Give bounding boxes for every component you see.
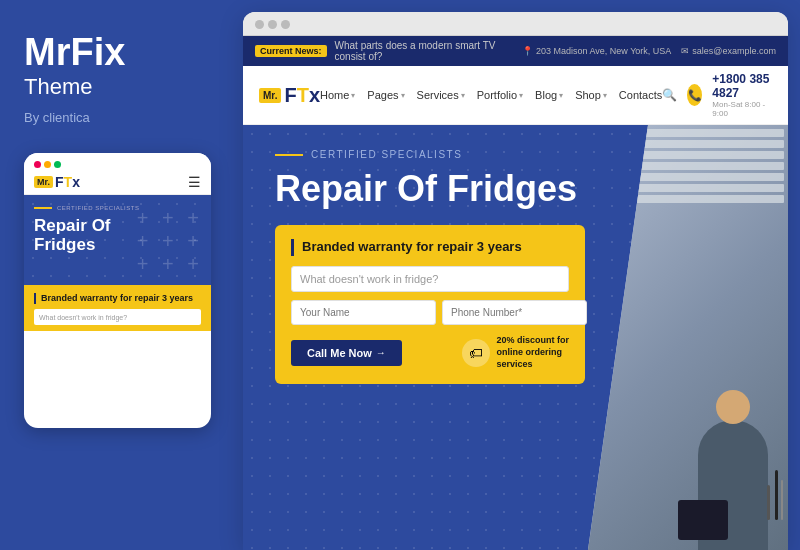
news-tag: Current News: [255, 45, 327, 57]
phone-number: +1800 385 4827 [712, 72, 772, 100]
call-me-button[interactable]: Call Me Now → [291, 340, 402, 366]
appliance-box [678, 500, 728, 540]
hero-title: Repair Of Fridges [275, 168, 588, 209]
arrow-icon: → [376, 347, 386, 358]
phone-glyph: 📞 [688, 89, 702, 102]
news-bar: Current News: What parts does a modern s… [243, 36, 788, 66]
nav-pages[interactable]: Pages ▾ [367, 89, 404, 101]
mobile-dots [34, 161, 61, 168]
nav-bar: Mr. FTx Home ▾ Pages ▾ Services ▾ Portfo… [243, 66, 788, 125]
mobile-nav: Mr. FTx ☰ [24, 168, 211, 195]
blind-slat [592, 151, 784, 159]
browser-dot-2 [268, 20, 277, 29]
theme-subtitle: Theme [24, 74, 211, 100]
discount-text: 20% discount for online ordering service… [496, 335, 569, 370]
hero-section: CERTIFIED SPECIALISTS Repair Of Fridges … [243, 125, 788, 550]
news-text: What parts does a modern smart TV consis… [335, 40, 514, 62]
card-bottom: Call Me Now → 🏷 20% discount for online … [291, 335, 569, 370]
left-panel: MrFix Theme By clientica Mr. FTx ☰ CERTI… [0, 0, 235, 550]
person-head [716, 390, 750, 424]
browser-dot-1 [255, 20, 264, 29]
email-icon: ✉ [681, 46, 689, 56]
hamburger-icon[interactable]: ☰ [188, 174, 201, 190]
nav-phone: +1800 385 4827 Mon-Sat 8:00 - 9:00 [712, 72, 772, 118]
nav-items: Home ▾ Pages ▾ Services ▾ Portfolio ▾ Bl… [320, 89, 662, 101]
mobile-cert-line [34, 207, 52, 209]
contact-location: 📍 203 Madison Ave, New York, USA [522, 46, 671, 56]
hero-image [588, 125, 788, 550]
mobile-dot-red [34, 161, 41, 168]
chevron-icon: ▾ [461, 91, 465, 100]
chevron-icon: ▾ [559, 91, 563, 100]
cable-1 [775, 470, 778, 520]
card-inputs [291, 300, 569, 325]
mobile-logo-mr: Mr. [34, 176, 53, 188]
search-icon[interactable]: 🔍 [662, 88, 677, 102]
news-contact: 📍 203 Madison Ave, New York, USA ✉ sales… [522, 46, 776, 56]
discount-icon: 🏷 [462, 339, 490, 367]
blind-slat [592, 140, 784, 148]
hero-content: CERTIFIED SPECIALISTS Repair Of Fridges … [243, 125, 588, 550]
cable-2 [767, 485, 770, 520]
certified-label: CERTIFIED SPECIALISTS [275, 149, 588, 160]
hero-image-inner [588, 125, 788, 550]
window-blinds [588, 125, 788, 380]
nav-services[interactable]: Services ▾ [417, 89, 465, 101]
blind-slat [592, 173, 784, 181]
website: Current News: What parts does a modern s… [243, 36, 788, 550]
mobile-mockup: Mr. FTx ☰ CERTIFIED SPECIALISTS Repair O… [24, 153, 211, 428]
theme-title: MrFix [24, 32, 211, 74]
mobile-logo-t: T [64, 174, 73, 190]
location-icon: 📍 [522, 46, 533, 56]
hero-card: Branded warranty for repair 3 years What… [275, 225, 585, 384]
cable-3 [781, 480, 783, 520]
chevron-icon: ▾ [351, 91, 355, 100]
phone-hours: Mon-Sat 8:00 - 9:00 [712, 100, 772, 118]
blind-slat [592, 162, 784, 170]
chevron-icon: ▾ [401, 91, 405, 100]
nav-home[interactable]: Home ▾ [320, 89, 355, 101]
logo-fix: FTx [284, 84, 320, 107]
mobile-plus-pattern: + + ++ + ++ + + [137, 207, 203, 276]
mobile-card-input[interactable]: What doesn't work in fridge? [34, 309, 201, 325]
blind-slat [592, 129, 784, 137]
browser-dots [255, 20, 290, 29]
mobile-logo: Mr. FTx [34, 174, 80, 190]
mobile-logo-fix: FTx [55, 174, 80, 190]
cert-text: CERTIFIED SPECIALISTS [311, 149, 462, 160]
browser-mockup: Current News: What parts does a modern s… [243, 12, 788, 550]
mobile-card: Branded warranty for repair 3 years What… [24, 285, 211, 332]
fridge-issue-select[interactable]: What doesn't work in fridge? [291, 266, 569, 292]
name-input[interactable] [291, 300, 436, 325]
card-title: Branded warranty for repair 3 years [291, 239, 569, 256]
chevron-icon: ▾ [519, 91, 523, 100]
browser-chrome [243, 12, 788, 36]
blind-slat [592, 184, 784, 192]
nav-portfolio[interactable]: Portfolio ▾ [477, 89, 523, 101]
mobile-dot-green [54, 161, 61, 168]
mobile-card-title: Branded warranty for repair 3 years [34, 293, 201, 305]
mobile-dot-yellow [44, 161, 51, 168]
chevron-icon: ▾ [603, 91, 607, 100]
phone-icon[interactable]: 📞 [687, 84, 702, 106]
contact-email: ✉ sales@example.com [681, 46, 776, 56]
nav-contacts[interactable]: Contacts [619, 89, 662, 101]
logo-mr: Mr. [259, 88, 281, 103]
blind-slat [592, 195, 784, 203]
browser-dot-3 [281, 20, 290, 29]
discount-info: 🏷 20% discount for online ordering servi… [462, 335, 569, 370]
nav-blog[interactable]: Blog ▾ [535, 89, 563, 101]
phone-input[interactable] [442, 300, 587, 325]
mobile-chrome [24, 153, 211, 168]
nav-right: 🔍 📞 +1800 385 4827 Mon-Sat 8:00 - 9:00 [662, 72, 772, 118]
mobile-hero: CERTIFIED SPECIALISTS Repair Of Fridges … [24, 195, 211, 285]
theme-author: By clientica [24, 110, 211, 125]
site-logo[interactable]: Mr. FTx [259, 84, 320, 107]
cert-line [275, 154, 303, 156]
nav-shop[interactable]: Shop ▾ [575, 89, 607, 101]
